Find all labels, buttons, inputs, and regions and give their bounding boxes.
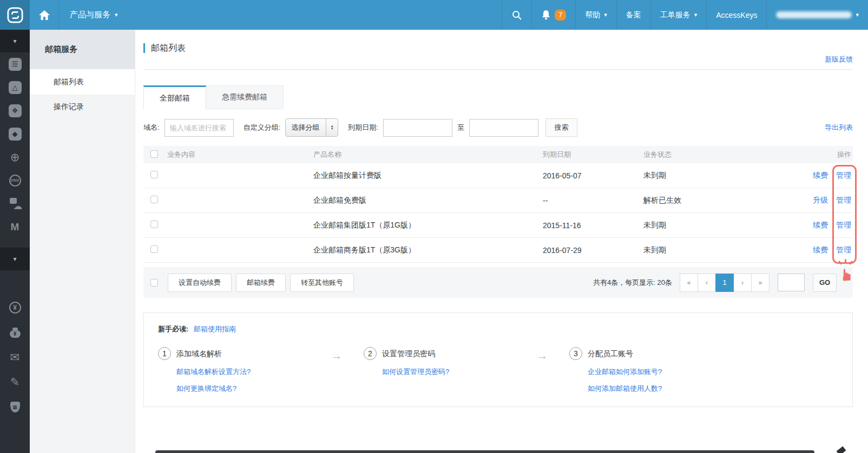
renew-link[interactable]: 续费	[813, 171, 828, 181]
help-label: 帮助	[585, 10, 600, 20]
guide-link-add-account[interactable]: 企业邮箱如何添加账号?	[588, 367, 662, 377]
rail-item-cdn[interactable]: ⊕	[0, 145, 30, 169]
table-footer-bar: 设置自动续费 邮箱续费 转至其他账号 共有4条，每页显示: 20条 « ‹ 1 …	[143, 267, 853, 298]
notifications-button[interactable]: 7	[531, 0, 575, 30]
domain-filter-label: 域名:	[143, 123, 160, 132]
pagination-first-button[interactable]: «	[680, 274, 698, 292]
guide-link-change-domain[interactable]: 如何更换绑定域名?	[176, 384, 251, 394]
pagination-prev-button[interactable]: ‹	[698, 274, 716, 292]
step-title: 设置管理员密码	[382, 349, 435, 358]
status-text: 未到期	[643, 171, 779, 181]
products-services-menu[interactable]: 产品与服务 ▾	[59, 0, 131, 30]
notification-count-badge: 7	[555, 10, 566, 21]
auto-renew-button[interactable]: 设置自动续费	[168, 274, 232, 292]
rail-item-slb[interactable]: △	[0, 76, 30, 99]
row-checkbox[interactable]	[150, 171, 158, 178]
guide-link-admin-password[interactable]: 如何设置管理员密码?	[382, 367, 449, 377]
expire-date-from-input[interactable]	[383, 119, 452, 137]
chevron-down-icon: ▾	[13, 37, 16, 45]
renew-link[interactable]: 续费	[813, 245, 828, 255]
dns-globe-icon: DNS	[9, 175, 21, 186]
aliyun-logo[interactable]	[0, 0, 30, 30]
renew-link[interactable]: 续费	[813, 221, 828, 230]
pagination-next-button[interactable]: ›	[733, 274, 752, 292]
export-list-link[interactable]: 导出列表	[825, 123, 853, 131]
select-stepper-icon: ▲ ▼	[326, 119, 338, 136]
mailbox-renew-button[interactable]: 邮箱续费	[236, 274, 286, 292]
rail-item-funds[interactable]: ¥	[0, 320, 30, 345]
accesskeys-label: AccessKeys	[716, 11, 757, 19]
server-cloud-icon: ☁	[9, 198, 22, 210]
new-version-feedback-link[interactable]: 新版反馈	[825, 55, 853, 63]
table-row: 企业邮箱免费版 -- 解析已生效 升级 管理	[143, 188, 853, 213]
usage-guide-link[interactable]: 邮箱使用指南	[194, 325, 236, 333]
rail-item-account[interactable]	[0, 270, 30, 295]
guide-link-dns-setup[interactable]: 邮箱域名解析设置方法?	[176, 367, 251, 377]
help-menu[interactable]: 帮助 ▾	[575, 0, 616, 30]
product-name: 企业邮箱商务版1T（原3G版）	[313, 245, 543, 255]
rail-item-billing[interactable]: ¥	[0, 295, 30, 320]
manage-link[interactable]: 管理	[836, 221, 851, 230]
beian-link[interactable]: 备案	[616, 0, 650, 30]
globe-icon: ⊕	[10, 151, 20, 164]
sidebar-item-mail-list[interactable]: 邮箱列表	[30, 69, 135, 95]
page-number-input[interactable]	[778, 274, 805, 291]
rail-item-mq[interactable]: M	[0, 215, 30, 238]
tab-all-mailboxes[interactable]: 全部邮箱	[143, 85, 206, 109]
tickets-label: 工单服务	[660, 10, 691, 20]
step-title: 添加域名解析	[176, 349, 222, 358]
rail-item-rds[interactable]: ❖	[0, 99, 30, 122]
sidebar-item-operation-log[interactable]: 操作记录	[30, 95, 135, 119]
manage-link[interactable]: 管理	[836, 196, 851, 205]
go-button[interactable]: GO	[813, 274, 837, 292]
expire-date: 2016-05-07	[543, 171, 643, 180]
expire-date: 2015-11-16	[543, 221, 643, 230]
date-range-to-label: 至	[457, 123, 464, 132]
table-row: 企业邮箱集团版1T（原1G版） 2015-11-16 未到期 续费 管理	[143, 213, 853, 238]
top-navigation-bar: 产品与服务 ▾ 7 帮助 ▾ 备案	[0, 0, 868, 30]
rail-item-storage[interactable]: ☁	[0, 192, 30, 215]
expire-date: 2016-07-29	[543, 246, 643, 255]
rail-item-ecs[interactable]: ☰	[0, 52, 30, 76]
step-arrow-icon: →	[515, 349, 569, 362]
manage-link[interactable]: 管理	[836, 245, 851, 255]
rail-item-oss[interactable]: ◆	[0, 122, 30, 145]
pagination-last-button[interactable]: »	[751, 274, 770, 292]
select-all-checkbox[interactable]	[150, 150, 158, 158]
upgrade-link[interactable]: 升级	[813, 196, 828, 205]
expire-date-to-input[interactable]	[469, 119, 538, 137]
user-account-menu[interactable]: ▾	[766, 0, 868, 30]
pencil-icon: ✎	[10, 376, 20, 389]
table-row: 企业邮箱按量计费版 2016-05-07 未到期 续费 管理	[143, 163, 853, 188]
row-checkbox[interactable]	[150, 221, 158, 228]
rail-collapse-toggle-top[interactable]: ▾	[0, 30, 30, 52]
group-select[interactable]: 选择分组 ▲ ▼	[285, 118, 338, 137]
chevron-down-icon: ▾	[694, 12, 698, 18]
domain-search-input[interactable]	[165, 119, 234, 137]
pagination: « ‹ 1 › »	[680, 274, 770, 292]
accesskeys-link[interactable]: AccessKeys	[706, 0, 766, 30]
home-button[interactable]	[30, 0, 59, 30]
table-header-row: 业务内容 产品名称 到期日期 业务状态 操作	[143, 146, 853, 163]
tab-renewal-needed[interactable]: 急需续费邮箱	[206, 85, 284, 109]
service-sidebar: 邮箱服务 邮箱列表 操作记录	[30, 30, 135, 453]
product-name: 企业邮箱集团版1T（原1G版）	[313, 221, 543, 230]
row-checkbox[interactable]	[150, 196, 158, 203]
rail-item-dns[interactable]: DNS	[0, 169, 30, 192]
manage-link[interactable]: 管理	[836, 171, 851, 181]
rail-item-edit[interactable]: ✎	[0, 370, 30, 395]
search-button[interactable]	[502, 0, 531, 30]
rail-collapse-toggle-bottom[interactable]: ▾	[0, 248, 30, 270]
transfer-account-button[interactable]: 转至其他账号	[290, 274, 354, 292]
topbar-right-group: 7 帮助 ▾ 备案 工单服务 ▾ AccessKeys ▾	[502, 0, 868, 30]
row-checkbox[interactable]	[150, 245, 158, 253]
pagination-page-1[interactable]: 1	[715, 274, 734, 292]
guide-link-add-users[interactable]: 如何添加邮箱使用人数?	[588, 384, 662, 394]
rail-item-messages[interactable]: ✉	[0, 345, 30, 370]
search-button[interactable]: 搜索	[545, 118, 577, 137]
footer-select-all-checkbox[interactable]	[150, 279, 158, 287]
rail-item-security[interactable]: ▦	[0, 395, 30, 419]
step-arrow-icon: →	[310, 349, 364, 362]
tickets-menu[interactable]: 工单服务 ▾	[650, 0, 707, 30]
status-text: 解析已生效	[643, 196, 779, 205]
